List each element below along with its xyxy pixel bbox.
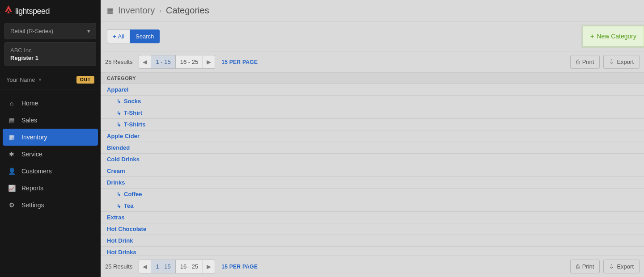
- breadcrumb-parent[interactable]: Inventory: [118, 5, 155, 16]
- print-icon: ⎙: [576, 263, 580, 270]
- company-name: ABC Inc: [10, 47, 90, 54]
- category-link[interactable]: Apparel: [107, 86, 128, 93]
- next-page-button[interactable]: ▶: [203, 260, 215, 273]
- table-row[interactable]: Hot Chocolate: [101, 223, 644, 235]
- main-nav: ⌂Home▤Sales▦Inventory✱Service👤Customers📈…: [0, 95, 101, 214]
- sales-icon: ▤: [8, 117, 15, 124]
- chevron-down-icon: ▾: [87, 28, 90, 34]
- table-row[interactable]: Hot Drinks: [101, 247, 644, 256]
- category-link[interactable]: Coffee: [124, 191, 142, 197]
- settings-icon: ⚙: [8, 201, 15, 209]
- new-category-button[interactable]: + New Category: [583, 26, 644, 46]
- child-arrow-icon: ↳: [117, 98, 121, 105]
- page-range-1[interactable]: 1 - 15: [151, 260, 175, 273]
- sidebar-item-label: Inventory: [21, 134, 47, 141]
- prev-page-button[interactable]: ◀: [139, 55, 151, 69]
- table-row[interactable]: ↳Tea: [101, 200, 644, 212]
- search-button[interactable]: Search: [130, 29, 160, 43]
- sidebar-item-customers[interactable]: 👤Customers: [0, 163, 101, 180]
- table-row[interactable]: Cold Drinks: [101, 154, 644, 165]
- sidebar-item-settings[interactable]: ⚙Settings: [0, 197, 101, 214]
- breadcrumb: ▦ Inventory › Categories: [101, 0, 644, 21]
- user-menu[interactable]: Your Name ▼: [6, 76, 42, 83]
- category-link[interactable]: Drinks: [107, 179, 125, 186]
- new-category-label: New Category: [597, 33, 636, 40]
- export-label: Export: [617, 263, 634, 270]
- sidebar-item-label: Reports: [21, 185, 43, 192]
- page-range-1[interactable]: 1 - 15: [151, 55, 175, 69]
- lightspeed-flame-icon: [4, 5, 13, 17]
- user-row: Your Name ▼ OUT: [0, 71, 101, 89]
- store-selector-dropdown[interactable]: Retail (R-Series) ▾: [4, 23, 96, 39]
- table-row[interactable]: ↳Socks: [101, 96, 644, 107]
- brand-logo[interactable]: lightspeed: [0, 0, 101, 23]
- search-button-group: + All Search: [107, 29, 160, 43]
- table-row[interactable]: ↳Coffee: [101, 189, 644, 200]
- page-navigation: ◀ 1 - 15 16 - 25 ▶: [139, 260, 215, 273]
- sidebar-item-home[interactable]: ⌂Home: [0, 95, 101, 112]
- pagination-bar-bottom: 25 Results ◀ 1 - 15 16 - 25 ▶ 15 PER PAG…: [101, 256, 644, 277]
- per-page-selector[interactable]: 15 PER PAGE: [221, 264, 258, 270]
- sidebar-item-sales[interactable]: ▤Sales: [0, 112, 101, 129]
- table-row[interactable]: Apparel: [101, 84, 644, 96]
- status-badge[interactable]: OUT: [76, 76, 94, 84]
- export-button[interactable]: ⇩ Export: [603, 55, 640, 69]
- print-icon: ⎙: [576, 59, 580, 65]
- export-icon: ⇩: [609, 263, 614, 270]
- child-arrow-icon: ↳: [117, 203, 121, 209]
- child-arrow-icon: ↳: [117, 191, 121, 197]
- category-link[interactable]: T-Shirts: [124, 121, 145, 128]
- category-link[interactable]: Extras: [107, 214, 125, 221]
- page-range-2[interactable]: 16 - 25: [176, 260, 203, 273]
- category-link[interactable]: Hot Chocolate: [107, 226, 146, 232]
- user-name-label: Your Name: [6, 76, 35, 83]
- service-icon: ✱: [8, 151, 15, 158]
- print-button[interactable]: ⎙ Print: [570, 260, 600, 273]
- category-link[interactable]: Hot Drinks: [107, 249, 136, 256]
- category-link[interactable]: Tea: [124, 202, 133, 209]
- sidebar-item-service[interactable]: ✱Service: [0, 146, 101, 163]
- store-info-card[interactable]: ABC Inc Register 1: [4, 42, 96, 66]
- category-link[interactable]: Socks: [124, 98, 141, 105]
- table-row[interactable]: ↳T-Shirt: [101, 107, 644, 119]
- category-link[interactable]: Cold Drinks: [107, 156, 140, 163]
- sidebar-item-inventory[interactable]: ▦Inventory: [3, 129, 98, 146]
- per-page-selector[interactable]: 15 PER PAGE: [221, 59, 258, 65]
- prev-page-button[interactable]: ◀: [139, 260, 151, 273]
- table-row[interactable]: Extras: [101, 212, 644, 223]
- plus-icon: +: [113, 33, 116, 40]
- caret-down-icon: ▼: [38, 77, 42, 82]
- sidebar-item-reports[interactable]: 📈Reports: [0, 180, 101, 197]
- table-row[interactable]: Cream: [101, 165, 644, 177]
- register-name: Register 1: [10, 55, 90, 61]
- reports-icon: 📈: [8, 185, 15, 192]
- all-filter-button[interactable]: + All: [107, 29, 130, 43]
- breadcrumb-current: Categories: [166, 5, 209, 16]
- category-link[interactable]: Cream: [107, 168, 125, 174]
- child-arrow-icon: ↳: [117, 122, 121, 128]
- store-selector-label: Retail (R-Series): [10, 28, 53, 34]
- sidebar-item-label: Customers: [21, 168, 52, 175]
- table-row[interactable]: Blended: [101, 142, 644, 154]
- plus-icon: +: [590, 33, 594, 40]
- category-link[interactable]: Apple Cider: [107, 133, 140, 139]
- home-icon: ⌂: [8, 100, 15, 107]
- brand-name: lightspeed: [15, 7, 50, 16]
- customers-icon: 👤: [8, 168, 15, 175]
- category-link[interactable]: T-Shirt: [124, 109, 142, 116]
- category-link[interactable]: Blended: [107, 144, 130, 151]
- category-link[interactable]: Hot Drink: [107, 237, 133, 244]
- table-row[interactable]: ↳T-Shirts: [101, 119, 644, 130]
- print-label: Print: [582, 263, 594, 270]
- main-content: ▦ Inventory › Categories + All Search + …: [101, 0, 644, 277]
- all-label: All: [118, 33, 124, 40]
- table-row[interactable]: Hot Drink: [101, 235, 644, 247]
- next-page-button[interactable]: ▶: [203, 55, 215, 69]
- sidebar-item-label: Sales: [21, 117, 37, 124]
- print-button[interactable]: ⎙ Print: [570, 55, 600, 69]
- table-row[interactable]: Apple Cider: [101, 130, 644, 142]
- page-range-2[interactable]: 16 - 25: [176, 55, 203, 69]
- sidebar-item-label: Home: [21, 100, 38, 107]
- table-row[interactable]: Drinks: [101, 177, 644, 189]
- export-button[interactable]: ⇩ Export: [603, 260, 640, 273]
